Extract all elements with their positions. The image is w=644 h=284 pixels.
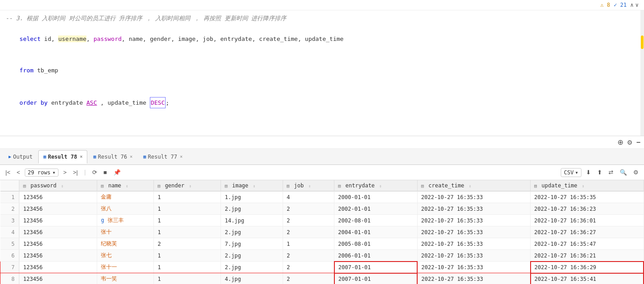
cell-password: 123456 (19, 273, 97, 284)
col-update-time-icon: ▤ (534, 183, 537, 188)
data-table-container: ▤ password ⇕ ▤ name ⇕ ▤ gender ⇕ ▤ image (0, 180, 644, 284)
col-gender-sort[interactable]: ⇕ (189, 184, 191, 188)
cell-create_time: 2022-10-27 16:35:33 (417, 238, 530, 250)
stop-button[interactable]: ■ (102, 168, 109, 177)
col-update-time-sort[interactable]: ⇕ (582, 184, 584, 188)
warning-badge: ⚠ 8 (600, 2, 610, 8)
cell-image: 7.jpg (221, 238, 283, 250)
sql-editor[interactable]: -- 3. 根据 入职时间 对公司的员工进行 升序排序 ， 入职时间相同 ， 再… (0, 10, 644, 136)
cell-gender: 1 (154, 203, 221, 215)
minus-button[interactable]: − (636, 138, 640, 146)
col-entrydate[interactable]: ▤ entrydate ⇕ (334, 180, 417, 191)
cell-name: 张十 (97, 226, 154, 238)
col-job[interactable]: ▤ job ⇕ (283, 180, 334, 191)
cell-entrydate: 2002-01-01 (334, 203, 417, 215)
tab-result78[interactable]: ▦ Result 78 × (38, 150, 87, 164)
cell-gender: 1 (154, 250, 221, 262)
cell-update_time: 2022-10-27 16:36:23 (531, 203, 644, 215)
cell-image: 2.jpg (221, 262, 283, 273)
nav-down-icon[interactable]: ∨ (635, 2, 639, 8)
col-entrydate-icon: ▤ (338, 183, 341, 188)
cell-image: 2.jpg (221, 226, 283, 238)
cell-gender: 1 (154, 262, 221, 273)
result76-icon: ▦ (93, 154, 96, 159)
csv-dropdown-icon[interactable]: ▾ (575, 169, 578, 176)
first-page-button[interactable]: |< (4, 168, 12, 177)
arrow-button[interactable]: ⇄ (607, 168, 615, 177)
tab-result78-close[interactable]: × (80, 154, 82, 159)
editor-scrollbar[interactable] (640, 10, 644, 136)
col-rownum (0, 180, 19, 191)
cell-create_time: 2022-10-27 16:35:33 (417, 250, 530, 262)
cell-entrydate: 2006-01-01 (334, 250, 417, 262)
cell-update_time: 2022-10-27 16:35:41 (531, 273, 644, 284)
rows-dropdown-icon[interactable]: ▾ (52, 169, 55, 176)
editor-topbar: ⚠ 8 ✓ 21 ∧ ∨ (0, 0, 644, 10)
cell-gender: 1 (154, 215, 221, 226)
tab-result76[interactable]: ▦ Result 76 × (88, 150, 137, 164)
cell-update_time: 2022-10-27 16:36:27 (531, 226, 644, 238)
csv-button[interactable]: CSV ▾ (561, 168, 581, 177)
col-name-sort[interactable]: ⇕ (126, 184, 128, 188)
table-row: 6123456张七12.jpg22006-01-012022-10-27 16:… (0, 250, 644, 262)
cell-password: 123456 (19, 215, 97, 226)
pin-button[interactable]: 📌 (112, 168, 122, 177)
cell-create_time: 2022-10-27 16:35:33 (417, 203, 530, 215)
cell-job: 2 (283, 215, 334, 226)
col-password[interactable]: ▤ password ⇕ (19, 180, 97, 191)
col-image[interactable]: ▤ image ⇕ (221, 180, 283, 191)
cell-update_time: 2022-10-27 16:36:29 (531, 262, 644, 273)
col-update-time[interactable]: ▤ update_time ⇕ (531, 180, 644, 191)
cell-job: 2 (283, 273, 334, 284)
col-name-icon: ▤ (101, 183, 104, 188)
cell-entrydate: 2002-08-01 (334, 215, 417, 226)
csv-label: CSV (564, 169, 574, 176)
col-job-sort[interactable]: ⇕ (308, 184, 311, 188)
tab-output[interactable]: ▶ Output (4, 150, 37, 164)
scrollbar-thumb[interactable] (641, 36, 644, 49)
view-button[interactable]: 🔍 (618, 168, 629, 177)
nav-arrows[interactable]: ∧ ∨ (630, 2, 639, 8)
settings-button[interactable]: ⚙ (631, 168, 640, 177)
rows-count: 29 rows (28, 169, 51, 176)
tab-result77[interactable]: ▦ Result 77 × (139, 150, 188, 164)
col-name[interactable]: ▤ name ⇕ (97, 180, 154, 191)
col-entrydate-sort[interactable]: ⇕ (379, 184, 382, 188)
col-gender[interactable]: ▤ gender ⇕ (154, 180, 221, 191)
col-create-time[interactable]: ▤ create_time ⇕ (417, 180, 530, 191)
tab-result77-close[interactable]: × (180, 154, 183, 159)
cell-job: 2 (283, 226, 334, 238)
next-page-button[interactable]: > (61, 168, 68, 177)
rows-selector[interactable]: 29 rows ▾ (25, 169, 59, 177)
cell-gender: 2 (154, 238, 221, 250)
download-button[interactable]: ⬇ (584, 168, 593, 177)
refresh-button[interactable]: ⟳ (90, 168, 99, 177)
cell-password: 123456 (19, 250, 97, 262)
cell-job: 1 (283, 238, 334, 250)
col-gender-icon: ▤ (158, 183, 160, 188)
add-button[interactable]: ⊕ (617, 138, 623, 146)
cell-update_time: 2022-10-27 16:35:35 (531, 191, 644, 203)
cell-image: 1.jpg (221, 191, 283, 203)
cell-update_time: 2022-10-27 16:35:47 (531, 238, 644, 250)
col-password-sort[interactable]: ⇕ (61, 184, 63, 188)
table-header-row: ▤ password ⇕ ▤ name ⇕ ▤ gender ⇕ ▤ image (0, 180, 644, 191)
cell-name: 张七 (97, 250, 154, 262)
cell-name: 金庸 (97, 191, 154, 203)
cell-name: g 张三丰 (97, 215, 154, 226)
col-create-time-sort[interactable]: ⇕ (469, 184, 471, 188)
prev-page-button[interactable]: < (15, 168, 22, 177)
result-tabs: ▶ Output ▦ Result 78 × ▦ Result 76 × ▦ R… (0, 149, 644, 165)
cell-job: 2 (283, 203, 334, 215)
last-page-button[interactable]: >| (71, 168, 80, 177)
tab-output-label: Output (13, 154, 32, 160)
col-image-sort[interactable]: ⇕ (253, 184, 255, 188)
cell-password: 123456 (19, 226, 97, 238)
gear-button[interactable]: ⚙ (627, 139, 633, 146)
sql-line1: select id, username, password, name, gen… (5, 23, 639, 55)
table-row: 8123456韦一笑14.jpg22007-01-012022-10-27 16… (0, 273, 644, 284)
tab-result76-close[interactable]: × (130, 154, 133, 159)
cell-rownum: 1 (0, 191, 19, 203)
nav-up-icon[interactable]: ∧ (630, 2, 634, 8)
upload-button[interactable]: ⬆ (595, 168, 604, 177)
